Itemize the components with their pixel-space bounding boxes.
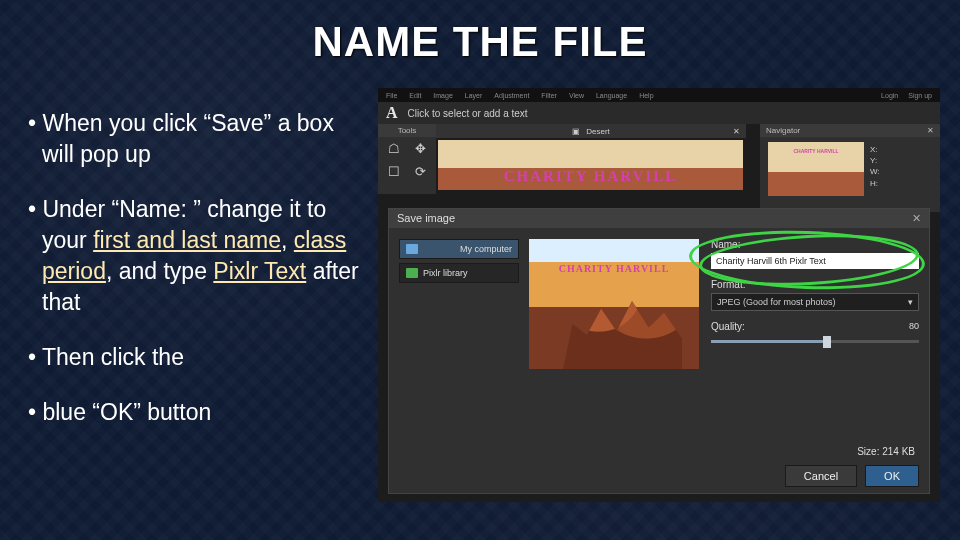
- navigator-meta: X: Y: W: H:: [870, 144, 880, 189]
- format-value: JPEG (Good for most photos): [717, 297, 836, 307]
- quality-value: 80: [909, 321, 919, 331]
- text-tool-hint: Click to select or add a text: [408, 108, 528, 119]
- menu-layer[interactable]: Layer: [465, 92, 483, 99]
- dialog-buttons: Cancel OK: [785, 465, 919, 487]
- dest-pixlr-library[interactable]: Pixlr library: [399, 263, 519, 283]
- nav-x: X:: [870, 144, 880, 155]
- menu-language[interactable]: Language: [596, 92, 627, 99]
- format-select[interactable]: JPEG (Good for most photos) ▾: [711, 293, 919, 311]
- chevron-down-icon: ▾: [908, 297, 913, 307]
- menu-adjustment[interactable]: Adjustment: [494, 92, 529, 99]
- quality-field-group: Quality: 80: [711, 321, 919, 347]
- slider-fill: [711, 340, 827, 343]
- document-title: Desert: [586, 127, 610, 136]
- crop-icon[interactable]: ☖: [388, 141, 400, 156]
- save-dialog: Save image ✕ My computer Pixlr library C…: [388, 208, 930, 494]
- tools-panel: Tools ☖ ✥ ☐ ⟳: [378, 124, 436, 194]
- save-preview: CHARITY HARVILL: [529, 239, 699, 369]
- text-tool-bar: A Click to select or add a text: [378, 102, 940, 124]
- text-tool-icon: A: [386, 104, 398, 122]
- menu-filter[interactable]: Filter: [541, 92, 557, 99]
- menu-bar: File Edit Image Layer Adjustment Filter …: [378, 88, 940, 102]
- bullet-4: blue “OK” button: [28, 397, 368, 428]
- computer-icon: [406, 244, 418, 254]
- navigator-thumbnail[interactable]: CHARITY HARVILL: [768, 142, 864, 196]
- menu-help[interactable]: Help: [639, 92, 653, 99]
- canvas-text: CHARITY HARVILL: [504, 168, 678, 185]
- slide-title: NAME THE FILE: [0, 18, 960, 66]
- navigator-close-icon[interactable]: ✕: [927, 126, 934, 135]
- nav-y: Y:: [870, 155, 880, 166]
- cancel-button[interactable]: Cancel: [785, 465, 857, 487]
- menu-login[interactable]: Login: [881, 92, 898, 99]
- quality-label: Quality:: [711, 321, 919, 332]
- menu-image[interactable]: Image: [433, 92, 452, 99]
- bullet-1: When you click “Save” a box will pop up: [28, 108, 368, 170]
- format-field-group: Format: JPEG (Good for most photos) ▾: [711, 279, 919, 311]
- tools-panel-title: Tools: [378, 124, 436, 137]
- nav-h: H:: [870, 178, 880, 189]
- pixlr-screenshot: File Edit Image Layer Adjustment Filter …: [378, 88, 940, 502]
- bullet-2-mid2: , and type: [106, 258, 213, 284]
- navigator-panel: Navigator ✕ CHARITY HARVILL X: Y: W: H:: [760, 124, 940, 212]
- file-size-label: Size: 214 KB: [857, 446, 915, 457]
- document-close-icon[interactable]: ✕: [733, 127, 740, 136]
- menu-edit[interactable]: Edit: [409, 92, 421, 99]
- dest-pixlr-library-label: Pixlr library: [423, 268, 468, 278]
- save-preview-text: CHARITY HARVILL: [559, 263, 670, 274]
- dest-my-computer-label: My computer: [460, 244, 512, 254]
- name-label: Name:: [711, 239, 919, 250]
- navigator-thumb-text: CHARITY HARVILL: [768, 142, 864, 154]
- save-dialog-titlebar: Save image ✕: [389, 209, 929, 228]
- name-input[interactable]: [711, 253, 919, 269]
- save-dialog-title: Save image: [397, 212, 455, 225]
- pixlr-icon: [406, 268, 418, 278]
- bullet-2-hl3: Pixlr Text: [213, 258, 306, 284]
- document-canvas[interactable]: CHARITY HARVILL: [438, 140, 743, 190]
- menu-signup[interactable]: Sign up: [908, 92, 932, 99]
- bullet-2-mid: ,: [281, 227, 294, 253]
- ok-button[interactable]: OK: [865, 465, 919, 487]
- document-pin-icon[interactable]: ▣: [572, 127, 580, 136]
- format-label: Format:: [711, 279, 919, 290]
- quality-slider[interactable]: 80: [711, 335, 919, 347]
- lasso-icon[interactable]: ⟳: [415, 164, 426, 179]
- bullet-list: When you click “Save” a box will pop up …: [28, 108, 368, 452]
- slider-thumb[interactable]: [823, 336, 831, 348]
- bullet-2-hl1: first and last name: [93, 227, 281, 253]
- document-titlebar: ▣ Desert ✕: [436, 124, 746, 138]
- navigator-title: Navigator: [766, 126, 800, 135]
- bullet-2: Under “Name: ” change it to your first a…: [28, 194, 368, 318]
- dest-my-computer[interactable]: My computer: [399, 239, 519, 259]
- menu-file[interactable]: File: [386, 92, 397, 99]
- menu-view[interactable]: View: [569, 92, 584, 99]
- marquee-icon[interactable]: ☐: [388, 164, 400, 179]
- name-field-group: Name:: [711, 239, 919, 269]
- nav-w: W:: [870, 166, 880, 177]
- move-icon[interactable]: ✥: [415, 141, 426, 156]
- bullet-3: Then click the: [28, 342, 368, 373]
- save-destination-list: My computer Pixlr library: [399, 239, 519, 287]
- save-form: Name: Format: JPEG (Good for most photos…: [711, 239, 919, 357]
- save-dialog-close-icon[interactable]: ✕: [912, 212, 921, 225]
